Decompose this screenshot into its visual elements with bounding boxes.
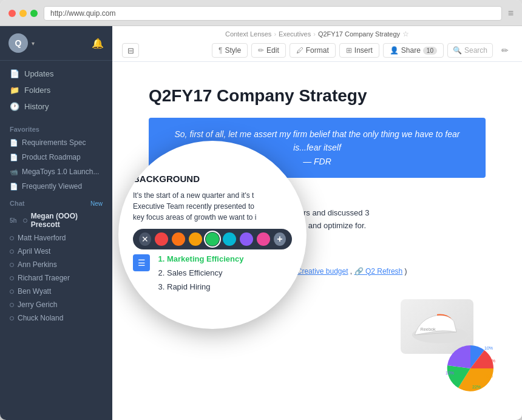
hamburger-icon[interactable]: ≡ [508, 8, 514, 19]
updates-icon: 📄 [10, 69, 19, 78]
color-cancel-button[interactable]: ✕ [139, 232, 151, 246]
avatar-caret: ▾ [32, 40, 35, 47]
link-q2-refresh[interactable]: 🔗 [354, 267, 365, 276]
app-toolbar: Context Lenses › Executives › Q2FY17 Com… [112, 26, 522, 62]
bell-icon[interactable]: 🔔 [92, 38, 104, 49]
svg-text:22%: 22% [472, 385, 481, 389]
chat-name-april: April West [18, 247, 50, 256]
edit-button[interactable]: ✏ Edit [251, 43, 286, 58]
sidebar-fav-roadmap[interactable]: 📄 Product Roadmap [0, 150, 112, 164]
sidebar-nav-history-label: History [24, 102, 49, 111]
sidebar-toggle-icon: ⊟ [127, 46, 134, 55]
chat-item-megan[interactable]: 5h Megan (OOO) Prescott [0, 209, 112, 231]
search-placeholder: Search [464, 46, 487, 55]
sidebar-fav-megatoys[interactable]: 📹 MegaToys 1.0 Launch... [0, 164, 112, 179]
link-q2[interactable]: Q2 Refresh [365, 267, 402, 276]
chat-name-megan: Megan (OOO) Prescott [31, 212, 103, 229]
toolbar-actions: ⊟ ¶ Style ✏ Edit 🖊 Format [122, 39, 512, 61]
traffic-light-yellow[interactable] [19, 10, 27, 17]
sidebar: Q ▾ 🔔 📄 Updates 📁 Folders 🕐 History [0, 26, 112, 420]
browser-window: http://www.quip.com ≡ Q ▾ 🔔 📄 Updates 📁 [0, 0, 522, 420]
chat-item-matt[interactable]: Matt Haverford [0, 231, 112, 245]
breadcrumb: Context Lenses › Executives › Q2FY17 Com… [122, 26, 512, 39]
main-area: Context Lenses › Executives › Q2FY17 Com… [112, 26, 522, 420]
breadcrumb-current: Q2FY17 Company Strategy [318, 30, 400, 38]
pie-chart: 10% 25% 30% 22% 13% [443, 341, 510, 396]
zoom-list-item-3: Rapid Hiring [167, 282, 243, 291]
star-icon[interactable]: ☆ [402, 30, 409, 38]
format-button[interactable]: 🖊 Format [290, 43, 336, 58]
color-swatch-purple[interactable] [240, 232, 253, 246]
chat-name-matt: Matt Haverford [18, 234, 66, 242]
sidebar-nav-updates[interactable]: 📄 Updates [0, 66, 112, 82]
breadcrumb-sep2: › [313, 30, 316, 38]
breadcrumb-context: Context Lenses [225, 30, 271, 38]
color-swatch-red[interactable] [155, 232, 168, 246]
chat-item-ann[interactable]: Ann Perkins [0, 258, 112, 271]
search-box[interactable]: 🔍 Search [447, 43, 493, 58]
chat-dot-chuck [10, 316, 14, 320]
chat-item-jerry[interactable]: Jerry Gerich [0, 298, 112, 311]
sidebar-fav-requirements[interactable]: 📄 Requirements Spec [0, 135, 112, 150]
zoom-list-item-1: Marketing Efficiency [167, 254, 243, 263]
format-icon: 🖊 [296, 46, 303, 55]
chat-name-ann: Ann Perkins [18, 260, 57, 269]
search-icon: 🔍 [453, 46, 462, 55]
color-swatch-orange[interactable] [172, 232, 185, 246]
style-label: Style [225, 46, 241, 55]
chat-item-chuck[interactable]: Chuck Noland [0, 311, 112, 325]
chat-dot-matt [10, 236, 14, 240]
doc-title: Q2FY17 Company Strategy [149, 86, 486, 106]
traffic-light-green[interactable] [30, 10, 38, 17]
svg-text:Reebok: Reebok [421, 327, 436, 333]
sidebar-header: Q ▾ 🔔 [0, 26, 112, 61]
color-picker-bar: ✕ + [133, 229, 292, 249]
folders-icon: 📁 [10, 86, 19, 95]
chat-dot-megan [23, 218, 27, 223]
zoom-list: Marketing Efficiency Sales Efficiency Ra… [155, 254, 243, 296]
doc-icon-4: 📄 [10, 183, 18, 191]
color-swatch-pink[interactable] [257, 232, 270, 246]
chat-item-richard[interactable]: Richard Traeger [0, 271, 112, 285]
breadcrumb-section: Executives [279, 30, 311, 38]
share-button[interactable]: 👤 Share 10 [383, 43, 444, 58]
browser-chrome: http://www.quip.com ≡ [0, 0, 522, 26]
chat-new-label[interactable]: New [90, 200, 103, 207]
color-swatch-cyan[interactable] [223, 232, 236, 246]
color-swatch-green[interactable] [206, 232, 219, 246]
bullet-separator: , [350, 267, 354, 276]
sidebar-fav-frequently-label: Frequently Viewed [22, 182, 82, 191]
doc-icon-1: 📄 [10, 139, 18, 147]
color-add-button[interactable]: + [274, 232, 286, 246]
sidebar-fav-requirements-label: Requirements Spec [22, 138, 86, 147]
link-creative[interactable]: Creative budget [297, 267, 348, 276]
style-icon: ¶ [219, 46, 222, 55]
insert-button[interactable]: ⊞ Insert [339, 43, 379, 58]
zoom-list-item-2: Sales Efficiency [167, 268, 243, 277]
share-label: Share [401, 46, 421, 55]
sidebar-nav-folders[interactable]: 📁 Folders [0, 82, 112, 98]
chat-header: Chat New [0, 194, 112, 209]
chat-item-ben[interactable]: Ben Wyatt [0, 285, 112, 298]
chat-dot-jerry [10, 303, 14, 307]
avatar[interactable]: Q [8, 33, 28, 53]
list-style-icon: ☰ [138, 258, 146, 268]
style-button[interactable]: ¶ Style [212, 43, 248, 58]
insert-label: Insert [354, 46, 373, 55]
sidebar-nav-history[interactable]: 🕐 History [0, 98, 112, 115]
sidebar-fav-frequently[interactable]: 📄 Frequently Viewed [0, 179, 112, 194]
traffic-light-red[interactable] [8, 10, 16, 17]
chat-name-richard: Richard Traeger [18, 274, 70, 282]
svg-text:13%: 13% [446, 371, 454, 375]
traffic-lights [8, 10, 38, 17]
chat-name-ben: Ben Wyatt [18, 287, 51, 296]
zoom-body-text: It's the start of a new quarter and it's… [133, 190, 292, 223]
chat-item-april[interactable]: April West [0, 245, 112, 258]
color-swatch-yellow[interactable] [189, 232, 202, 246]
sidebar-toggle-button[interactable]: ⊟ [122, 43, 139, 58]
bullet-close: ) [405, 267, 407, 276]
list-style-button[interactable]: ☰ [133, 254, 150, 271]
address-bar[interactable]: http://www.quip.com [44, 6, 502, 21]
chat-dot-april [10, 249, 14, 254]
compose-button[interactable]: ✏ [498, 43, 512, 58]
